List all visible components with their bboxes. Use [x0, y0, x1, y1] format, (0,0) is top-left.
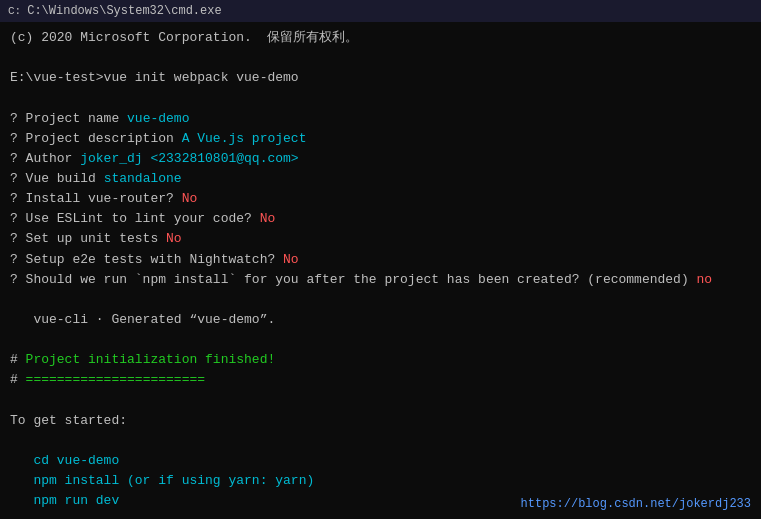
title-icon: C:: [8, 5, 21, 17]
output-line: ? Project name vue-demo: [10, 109, 751, 129]
title-text: C:\Windows\System32\cmd.exe: [27, 4, 221, 18]
output-line: ? Install vue-router? No: [10, 189, 751, 209]
output-line: ? Use ESLint to lint your code? No: [10, 209, 751, 229]
command-line: E:\vue-test>vue init webpack vue-demo: [10, 68, 751, 88]
output-line: ? Vue build standalone: [10, 169, 751, 189]
instruction-line: cd vue-demo: [10, 451, 751, 471]
title-bar: C: C:\Windows\System32\cmd.exe: [0, 0, 761, 22]
output-line: ? Setup e2e tests with Nightwatch? No: [10, 250, 751, 270]
generated-line: vue-cli · Generated “vue-demo”.: [10, 310, 751, 330]
watermark-text: https://blog.csdn.net/jokerdj233: [521, 497, 751, 511]
output-line: ? Should we run `npm install` for you af…: [10, 270, 751, 290]
init-line: # =======================: [10, 370, 751, 390]
instruction-line: npm install (or if using yarn: yarn): [10, 471, 751, 491]
output-line: ? Set up unit tests No: [10, 229, 751, 249]
terminal-content[interactable]: (c) 2020 Microsoft Corporation. 保留所有权利。E…: [0, 22, 761, 519]
output-line: ? Author joker_dj <2332810801@qq.com>: [10, 149, 751, 169]
get-started-label: To get started:: [10, 411, 751, 431]
output-line: ? Project description A Vue.js project: [10, 129, 751, 149]
cmd-window: C: C:\Windows\System32\cmd.exe (c) 2020 …: [0, 0, 761, 519]
init-line: # Project initialization finished!: [10, 350, 751, 370]
